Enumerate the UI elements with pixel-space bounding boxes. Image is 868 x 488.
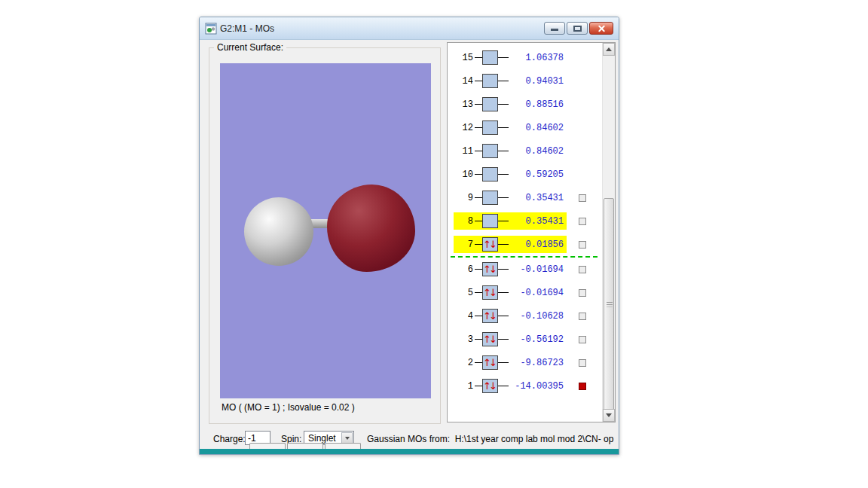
level-line [498, 151, 509, 151]
down-arrow-icon [606, 413, 612, 417]
title-bar[interactable]: G2:M1 - MOs [200, 17, 619, 40]
mo-row: 8 ↑↓ 0.35431 [448, 209, 602, 233]
mo-level-box[interactable]: ↑↓ [482, 237, 498, 252]
mo-level-box[interactable]: ↑↓ [482, 332, 498, 346]
mo-row-main[interactable]: 6 ↑↓ -0.01694 [454, 261, 567, 278]
mo-level-number: 5 [455, 288, 473, 298]
mo-level-number: 2 [455, 358, 473, 368]
mo-row-main[interactable]: 10 ↑↓ 0.59205 [454, 166, 567, 183]
mo-dialog-window: G2:M1 - MOs Current Surface: MO ( (MO = … [199, 17, 619, 455]
level-line [475, 292, 482, 293]
mo-row-main[interactable]: 9 ↑↓ 0.35431 [454, 189, 567, 206]
level-line [498, 57, 509, 58]
mo-row: 5 ↑↓ -0.01694 [448, 281, 602, 304]
level-line [498, 81, 509, 81]
level-line [498, 104, 509, 105]
mo-row: 11 ↑↓ 0.84602 [448, 139, 602, 163]
mo-level-number: 14 [455, 76, 473, 87]
level-line [475, 244, 482, 245]
level-line [498, 269, 509, 270]
mo-energy-value: -0.56192 [511, 334, 564, 345]
mo-level-box[interactable]: ↑↓ [482, 97, 498, 111]
mo-energy-value: 0.84602 [511, 123, 564, 133]
scrollbar-thumb[interactable] [604, 198, 614, 410]
spin-dropdown-button[interactable] [341, 432, 353, 444]
mo-level-list: 15 ↑↓ 1.06378 14 ↑↓ 0.94031 13 ↑↓ 0.8851… [448, 46, 602, 398]
spin-down-arrow-icon: ↓ [489, 310, 497, 322]
mo-checkbox[interactable] [579, 266, 586, 273]
mo-level-box[interactable]: ↑↓ [482, 50, 498, 65]
level-line [498, 127, 509, 128]
up-arrow-icon [606, 47, 612, 51]
mo-checkbox[interactable] [579, 383, 586, 390]
mo-level-box[interactable]: ↑↓ [482, 167, 498, 181]
mo-row-main[interactable]: 12 ↑↓ 0.84602 [454, 119, 567, 136]
molecule-viewport[interactable] [220, 63, 431, 398]
mo-level-box[interactable]: ↑↓ [482, 191, 498, 205]
mo-energy-value: -0.10628 [511, 311, 564, 322]
level-line [498, 221, 509, 221]
mo-row-main[interactable]: 8 ↑↓ 0.35431 [454, 212, 567, 230]
mo-row-main[interactable]: 14 ↑↓ 0.94031 [454, 72, 567, 90]
level-line [498, 197, 509, 198]
mo-checkbox[interactable] [579, 241, 586, 249]
mo-row: 1 ↑↓ -14.00395 [448, 374, 602, 398]
level-line [498, 174, 509, 175]
mo-row-main[interactable]: 3 ↑↓ -0.56192 [454, 331, 567, 348]
mo-row: 6 ↑↓ -0.01694 [448, 258, 602, 281]
charge-label: Charge: [213, 434, 246, 444]
mo-energy-value: 1.06378 [511, 53, 564, 63]
mo-level-box[interactable]: ↑↓ [482, 379, 498, 393]
window-icon [205, 23, 217, 35]
mo-row: 15 ↑↓ 1.06378 [448, 46, 602, 69]
mo-checkbox[interactable] [579, 194, 586, 202]
mo-row-main[interactable]: 1 ↑↓ -14.00395 [454, 377, 567, 395]
mo-level-box[interactable]: ↑↓ [482, 120, 498, 135]
minimize-button[interactable] [544, 22, 565, 35]
maximize-button[interactable] [567, 22, 588, 35]
mo-level-number: 7 [455, 239, 473, 250]
mo-checkbox[interactable] [579, 218, 586, 225]
mo-level-box[interactable]: ↑↓ [482, 214, 498, 228]
mo-level-number: 6 [455, 264, 473, 275]
mo-level-box[interactable]: ↑↓ [482, 262, 498, 276]
level-line [498, 386, 509, 386]
mo-checkbox[interactable] [579, 336, 586, 343]
level-line [475, 221, 482, 221]
scrollbar-down-button[interactable] [603, 409, 615, 422]
mo-row: 4 ↑↓ -0.10628 [448, 304, 602, 328]
mo-row-main[interactable]: 7 ↑↓ 0.01856 [454, 236, 567, 253]
mo-level-number: 11 [455, 146, 473, 157]
mo-energy-value: 0.59205 [511, 169, 564, 180]
mo-checkbox[interactable] [579, 289, 586, 297]
mo-row: 13 ↑↓ 0.88516 [448, 93, 602, 116]
mo-row-main[interactable]: 2 ↑↓ -9.86723 [454, 354, 567, 371]
mo-level-box[interactable]: ↑↓ [482, 285, 498, 300]
close-button[interactable] [589, 22, 613, 35]
mo-energy-value: -0.01694 [511, 264, 564, 275]
current-surface-label: Current Surface: [214, 42, 286, 53]
mo-row-main[interactable]: 4 ↑↓ -0.10628 [454, 307, 567, 325]
scrollbar[interactable] [602, 43, 615, 422]
mo-checkbox[interactable] [579, 359, 586, 367]
mo-level-box[interactable]: ↑↓ [482, 144, 498, 158]
mo-row-main[interactable]: 13 ↑↓ 0.88516 [454, 96, 567, 113]
mo-row-main[interactable]: 5 ↑↓ -0.01694 [454, 284, 567, 301]
mo-level-box[interactable]: ↑↓ [482, 355, 498, 370]
mo-checkbox[interactable] [579, 313, 586, 320]
window-controls [544, 22, 613, 35]
level-line [475, 57, 482, 58]
mo-level-number: 4 [455, 311, 473, 322]
mo-row: 12 ↑↓ 0.84602 [448, 116, 602, 139]
mo-level-box[interactable]: ↑↓ [482, 74, 498, 88]
level-line [498, 339, 509, 340]
mo-level-number: 3 [455, 334, 473, 345]
mo-row-main[interactable]: 11 ↑↓ 0.84602 [454, 142, 567, 160]
mo-energy-value: 0.35431 [511, 216, 564, 227]
maximize-icon [573, 26, 582, 32]
mo-level-number: 12 [455, 123, 473, 133]
mo-level-box[interactable]: ↑↓ [482, 309, 498, 323]
mo-row-main[interactable]: 15 ↑↓ 1.06378 [454, 49, 567, 66]
scrollbar-up-button[interactable] [603, 43, 615, 56]
mo-energy-value: 0.84602 [511, 146, 564, 157]
